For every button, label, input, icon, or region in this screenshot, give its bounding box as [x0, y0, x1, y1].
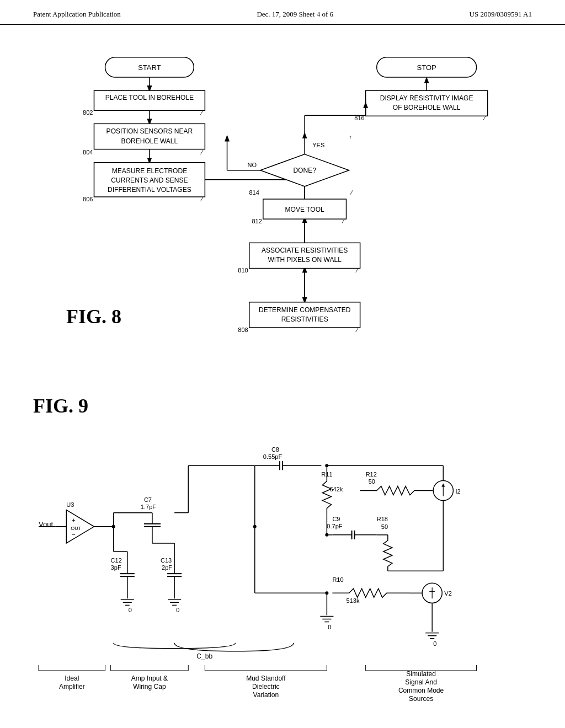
- svg-text:C13: C13: [161, 557, 172, 564]
- svg-text:C12: C12: [111, 557, 122, 564]
- svg-text:Simulated: Simulated: [406, 670, 436, 678]
- svg-text:Common Mode: Common Mode: [398, 687, 444, 694]
- svg-text:Dielectric: Dielectric: [252, 683, 280, 690]
- fig9-svg: Vout + − OUT U3 C7 1.7pF: [33, 383, 532, 725]
- svg-text:0: 0: [433, 640, 436, 647]
- svg-text:0.7pF: 0.7pF: [327, 523, 342, 529]
- svg-text:804: 804: [83, 149, 93, 156]
- header-right: US 2009/0309591 A1: [470, 10, 532, 19]
- svg-text:802: 802: [83, 109, 93, 116]
- svg-text:DONE?: DONE?: [293, 167, 316, 174]
- svg-text:∕: ∕: [200, 149, 204, 156]
- svg-text:1.7pF: 1.7pF: [141, 504, 156, 510]
- page-header: Patent Application Publication Dec. 17, …: [0, 0, 565, 25]
- svg-text:CURRENTS AND SENSE: CURRENTS AND SENSE: [111, 176, 188, 184]
- fig8-svg: START PLACE TOOL IN BOREHOLE 802 ∕ POSIT…: [33, 41, 532, 361]
- fig8-diagram: FIG. 8 START PLACE TOOL IN BOREHOLE 802 …: [33, 41, 532, 361]
- svg-text:C9: C9: [332, 516, 340, 522]
- svg-text:3pF: 3pF: [111, 564, 121, 571]
- svg-text:OUT: OUT: [71, 526, 82, 531]
- svg-text:MEASURE ELECTRODE: MEASURE ELECTRODE: [112, 167, 188, 175]
- svg-text:Variation: Variation: [253, 691, 279, 699]
- svg-text:I2: I2: [455, 488, 460, 495]
- svg-text:0: 0: [129, 607, 132, 613]
- page-content: FIG. 8 START PLACE TOOL IN BOREHOLE 802 …: [0, 25, 565, 728]
- svg-point-125: [325, 533, 328, 537]
- svg-text:2pF: 2pF: [162, 564, 172, 571]
- svg-text:+: +: [72, 517, 75, 523]
- svg-text:642k: 642k: [329, 486, 343, 493]
- svg-text:Wiring Cap: Wiring Cap: [133, 683, 166, 690]
- svg-text:YES: YES: [312, 142, 324, 148]
- svg-text:816: 816: [354, 115, 364, 121]
- svg-text:DETERMINE COMPENSATED: DETERMINE COMPENSATED: [259, 306, 351, 314]
- svg-text:R18: R18: [377, 516, 388, 522]
- svg-text:STOP: STOP: [417, 63, 437, 72]
- svg-text:812: 812: [252, 218, 262, 224]
- svg-text:RESISTIVITIES: RESISTIVITIES: [281, 315, 328, 323]
- svg-text:R10: R10: [332, 576, 343, 583]
- svg-text:Mud Standoff: Mud Standoff: [246, 675, 286, 682]
- svg-point-138: [325, 464, 328, 467]
- header-center: Dec. 17, 2009 Sheet 4 of 6: [257, 10, 333, 19]
- svg-text:ASSOCIATE RESISTIVITIES: ASSOCIATE RESISTIVITIES: [262, 247, 348, 254]
- svg-text:POSITION SENSORS NEAR: POSITION SENSORS NEAR: [106, 127, 193, 135]
- svg-text:V2: V2: [444, 590, 451, 597]
- svg-text:∕: ∕: [350, 189, 354, 196]
- svg-text:DISPLAY RESISTIVITY IMAGE: DISPLAY RESISTIVITY IMAGE: [380, 94, 473, 102]
- svg-text:814: 814: [249, 189, 259, 196]
- svg-text:810: 810: [238, 267, 248, 274]
- header-left: Patent Application Publication: [33, 10, 121, 19]
- svg-text:↑: ↑: [349, 135, 352, 141]
- svg-text:OF BOREHOLE WALL: OF BOREHOLE WALL: [393, 104, 461, 111]
- svg-text:Amp Input &: Amp Input &: [131, 675, 168, 682]
- svg-text:806: 806: [83, 196, 93, 202]
- svg-text:DIFFERENTIAL VOLTAGES: DIFFERENTIAL VOLTAGES: [108, 186, 191, 194]
- svg-text:BOREHOLE WALL: BOREHOLE WALL: [121, 137, 178, 145]
- svg-text:C8: C8: [271, 446, 279, 453]
- svg-text:WITH PIXELS ON WALL: WITH PIXELS ON WALL: [268, 256, 342, 264]
- svg-text:PLACE TOOL IN BOREHOLE: PLACE TOOL IN BOREHOLE: [105, 94, 194, 101]
- svg-text:START: START: [138, 63, 161, 72]
- svg-text:0.55pF: 0.55pF: [263, 453, 282, 460]
- svg-text:R12: R12: [366, 471, 377, 478]
- svg-text:Sources: Sources: [409, 695, 433, 703]
- svg-text:U3: U3: [66, 501, 74, 508]
- svg-text:C7: C7: [144, 496, 152, 503]
- svg-text:Ideal: Ideal: [65, 675, 79, 682]
- svg-text:0: 0: [176, 607, 179, 613]
- svg-text:−: −: [72, 531, 75, 538]
- fig9-diagram: FIG. 9 Vout + − OUT U3 C7 1.7pF: [33, 383, 532, 725]
- svg-text:50: 50: [381, 523, 388, 530]
- svg-text:513k: 513k: [347, 597, 360, 604]
- svg-text:808: 808: [238, 326, 248, 333]
- svg-text:Signal And: Signal And: [405, 678, 437, 686]
- svg-text:NO: NO: [247, 162, 257, 168]
- svg-text:Amplifier: Amplifier: [59, 683, 85, 690]
- svg-text:0: 0: [328, 624, 331, 630]
- svg-point-158: [325, 591, 328, 595]
- svg-text:C_bb: C_bb: [196, 652, 212, 660]
- svg-text:MOVE TOOL: MOVE TOOL: [285, 206, 324, 213]
- svg-text:50: 50: [369, 478, 375, 485]
